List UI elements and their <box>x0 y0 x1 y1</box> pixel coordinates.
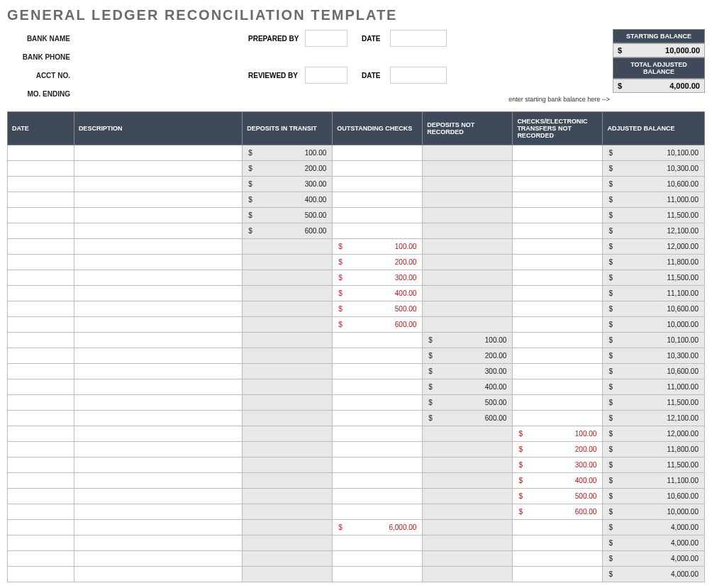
table-cell[interactable] <box>74 348 242 364</box>
table-cell[interactable]: $600.00 <box>243 223 333 239</box>
table-cell[interactable]: $10,000.00 <box>603 317 705 333</box>
table-cell[interactable] <box>8 442 74 457</box>
table-cell[interactable]: $12,100.00 <box>603 223 705 239</box>
table-cell[interactable]: $200.00 <box>243 161 333 177</box>
table-cell[interactable] <box>513 223 603 239</box>
table-cell[interactable] <box>243 270 333 286</box>
table-cell[interactable] <box>333 426 423 442</box>
table-cell[interactable] <box>333 379 423 395</box>
table-cell[interactable]: $11,100.00 <box>603 286 705 301</box>
table-cell[interactable] <box>8 177 74 192</box>
table-cell[interactable]: $4,000.00 <box>603 520 705 536</box>
reviewed-by-input[interactable] <box>305 67 347 84</box>
table-cell[interactable] <box>243 239 333 255</box>
table-cell[interactable] <box>243 379 333 395</box>
table-cell[interactable] <box>423 567 513 582</box>
table-cell[interactable] <box>333 411 423 426</box>
table-cell[interactable]: $12,000.00 <box>603 426 705 442</box>
table-cell[interactable]: $500.00 <box>243 208 333 223</box>
table-cell[interactable]: $400.00 <box>513 473 603 489</box>
table-cell[interactable]: $11,800.00 <box>603 442 705 457</box>
table-cell[interactable] <box>74 489 242 504</box>
table-cell[interactable] <box>74 270 242 286</box>
table-cell[interactable] <box>8 223 74 239</box>
table-cell[interactable] <box>333 192 423 208</box>
table-cell[interactable] <box>243 426 333 442</box>
table-cell[interactable] <box>8 395 74 411</box>
table-cell[interactable]: $100.00 <box>423 333 513 348</box>
table-cell[interactable]: $100.00 <box>513 426 603 442</box>
table-cell[interactable]: $11,500.00 <box>603 457 705 473</box>
table-cell[interactable] <box>8 457 74 473</box>
table-cell[interactable]: $600.00 <box>333 317 423 333</box>
table-cell[interactable] <box>74 239 242 255</box>
table-cell[interactable] <box>74 567 242 582</box>
table-cell[interactable] <box>333 504 423 520</box>
table-cell[interactable] <box>243 286 333 301</box>
table-cell[interactable] <box>423 457 513 473</box>
table-cell[interactable] <box>74 411 242 426</box>
table-cell[interactable]: $500.00 <box>423 395 513 411</box>
table-cell[interactable] <box>423 317 513 333</box>
table-cell[interactable] <box>74 301 242 317</box>
table-cell[interactable]: $10,100.00 <box>603 333 705 348</box>
table-cell[interactable]: $11,500.00 <box>603 208 705 223</box>
table-cell[interactable] <box>423 161 513 177</box>
table-cell[interactable] <box>8 364 74 379</box>
table-cell[interactable] <box>8 348 74 364</box>
table-cell[interactable] <box>513 520 603 536</box>
table-cell[interactable] <box>8 161 74 177</box>
table-cell[interactable] <box>423 489 513 504</box>
table-cell[interactable] <box>8 551 74 567</box>
table-cell[interactable] <box>8 567 74 582</box>
table-cell[interactable] <box>74 317 242 333</box>
table-cell[interactable] <box>8 473 74 489</box>
table-cell[interactable] <box>74 192 242 208</box>
table-cell[interactable] <box>74 426 242 442</box>
table-cell[interactable] <box>423 551 513 567</box>
table-cell[interactable] <box>513 567 603 582</box>
table-cell[interactable]: $4,000.00 <box>603 536 705 551</box>
table-cell[interactable] <box>74 379 242 395</box>
table-cell[interactable] <box>513 301 603 317</box>
table-cell[interactable] <box>74 473 242 489</box>
table-cell[interactable] <box>74 286 242 301</box>
table-cell[interactable] <box>333 551 423 567</box>
table-cell[interactable] <box>8 504 74 520</box>
table-cell[interactable] <box>8 317 74 333</box>
table-cell[interactable] <box>423 177 513 192</box>
table-cell[interactable] <box>513 239 603 255</box>
table-cell[interactable]: $10,000.00 <box>603 504 705 520</box>
table-cell[interactable] <box>243 395 333 411</box>
table-cell[interactable]: $200.00 <box>333 255 423 270</box>
table-cell[interactable] <box>513 255 603 270</box>
table-cell[interactable] <box>513 286 603 301</box>
table-cell[interactable] <box>513 161 603 177</box>
table-cell[interactable] <box>333 223 423 239</box>
table-cell[interactable] <box>74 504 242 520</box>
table-cell[interactable] <box>243 348 333 364</box>
table-cell[interactable] <box>513 395 603 411</box>
table-cell[interactable]: $11,000.00 <box>603 192 705 208</box>
table-cell[interactable]: $11,100.00 <box>603 473 705 489</box>
table-cell[interactable] <box>8 255 74 270</box>
table-cell[interactable] <box>74 255 242 270</box>
table-cell[interactable] <box>243 301 333 317</box>
table-cell[interactable]: $400.00 <box>243 192 333 208</box>
table-cell[interactable] <box>8 208 74 223</box>
table-cell[interactable] <box>74 520 242 536</box>
table-cell[interactable] <box>8 239 74 255</box>
table-cell[interactable] <box>333 177 423 192</box>
table-cell[interactable] <box>333 145 423 161</box>
table-cell[interactable] <box>8 301 74 317</box>
table-cell[interactable] <box>8 411 74 426</box>
table-cell[interactable] <box>423 270 513 286</box>
table-cell[interactable] <box>8 489 74 504</box>
table-cell[interactable] <box>333 473 423 489</box>
table-cell[interactable] <box>74 442 242 457</box>
table-cell[interactable]: $10,300.00 <box>603 348 705 364</box>
table-cell[interactable] <box>513 145 603 161</box>
table-cell[interactable] <box>513 270 603 286</box>
table-cell[interactable] <box>74 551 242 567</box>
table-cell[interactable]: $300.00 <box>243 177 333 192</box>
